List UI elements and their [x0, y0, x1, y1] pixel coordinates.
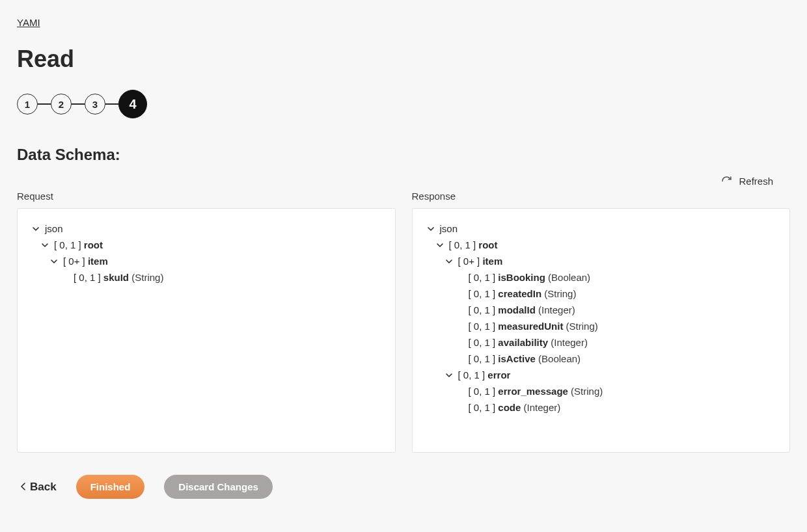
response-tree-row: [ 0, 1 ] availability (Integer): [426, 334, 777, 351]
discard-changes-button[interactable]: Discard Changes: [164, 475, 273, 499]
cardinality-text: [ 0, 1 ]: [469, 304, 499, 315]
node-name: item: [88, 256, 108, 267]
response-node-text: [ 0, 1 ] code (Integer): [469, 402, 561, 413]
step-connector: [38, 103, 51, 105]
request-tree-row[interactable]: [ 0, 1 ] root: [31, 237, 382, 253]
chevron-down-icon[interactable]: [444, 256, 454, 267]
step-3[interactable]: 3: [85, 94, 105, 114]
node-name: isBooking: [498, 272, 545, 283]
section-title-data-schema: Data Schema:: [17, 146, 790, 164]
page-title: Read: [17, 46, 790, 73]
node-type: (Boolean): [545, 272, 590, 283]
node-name: code: [498, 402, 521, 413]
response-tree-row: [ 0, 1 ] createdIn (String): [426, 286, 777, 302]
finished-button[interactable]: Finished: [76, 475, 145, 499]
node-name: skuId: [103, 272, 129, 283]
response-panel: json[ 0, 1 ] root[ 0+ ] item[ 0, 1 ] isB…: [412, 208, 791, 453]
stepper: 1234: [17, 90, 790, 118]
cardinality-text: [ 0+ ]: [63, 256, 88, 267]
response-node-text: [ 0, 1 ] isBooking (Boolean): [469, 272, 591, 283]
response-tree-row: [ 0, 1 ] modalId (Integer): [426, 302, 777, 318]
step-connector: [72, 103, 85, 105]
node-type: (Integer): [536, 304, 575, 315]
request-tree-row: [ 0, 1 ] skuId (String): [31, 269, 382, 286]
node-name: isActive: [498, 353, 536, 364]
cardinality-text: [ 0, 1 ]: [458, 369, 488, 380]
node-name: error_message: [498, 386, 568, 397]
response-tree-row[interactable]: [ 0, 1 ] error: [426, 367, 777, 383]
response-tree-row: [ 0, 1 ] code (Integer): [426, 399, 777, 416]
chevron-down-icon[interactable]: [435, 240, 445, 250]
request-tree-row[interactable]: [ 0+ ] item: [31, 253, 382, 269]
request-node-text: json: [45, 223, 63, 234]
response-node-text: [ 0+ ] item: [458, 256, 503, 267]
cardinality-text: [ 0, 1 ]: [469, 402, 499, 413]
refresh-label: Refresh: [739, 176, 773, 187]
response-tree-row[interactable]: [ 0+ ] item: [426, 253, 777, 269]
response-tree-row[interactable]: [ 0, 1 ] root: [426, 237, 777, 253]
chevron-down-icon[interactable]: [444, 370, 454, 380]
cardinality-text: [ 0, 1 ]: [54, 239, 84, 250]
node-name: availability: [498, 337, 548, 348]
cardinality-text: [ 0+ ]: [458, 256, 483, 267]
chevron-down-icon[interactable]: [31, 224, 41, 234]
chevron-down-icon[interactable]: [40, 240, 50, 250]
node-name: root: [84, 239, 103, 250]
step-connector: [105, 103, 118, 105]
node-type: (String): [541, 288, 576, 299]
response-node-text: [ 0, 1 ] availability (Integer): [469, 337, 588, 348]
breadcrumb-link-yami[interactable]: YAMI: [17, 17, 40, 28]
refresh-button[interactable]: Refresh: [721, 176, 773, 187]
cardinality-text: [ 0, 1 ]: [74, 272, 103, 283]
chevron-down-icon[interactable]: [49, 256, 59, 267]
node-name: measuredUnit: [498, 321, 563, 332]
request-tree-row[interactable]: json: [31, 220, 382, 237]
cardinality-text: [ 0, 1 ]: [469, 321, 499, 332]
step-4[interactable]: 4: [118, 90, 147, 118]
request-node-text: [ 0, 1 ] root: [54, 239, 103, 250]
request-node-text: [ 0, 1 ] skuId (String): [74, 272, 163, 283]
node-type: (String): [568, 386, 603, 397]
cardinality-text: [ 0, 1 ]: [469, 386, 499, 397]
request-node-text: [ 0+ ] item: [63, 256, 108, 267]
response-node-text: [ 0, 1 ] modalId (Integer): [469, 304, 575, 315]
breadcrumb: YAMI: [17, 17, 790, 29]
response-node-text: [ 0, 1 ] createdIn (String): [469, 288, 577, 299]
node-name: root: [478, 239, 497, 250]
response-tree-row: [ 0, 1 ] isBooking (Boolean): [426, 269, 777, 286]
response-node-text: [ 0, 1 ] error: [458, 369, 511, 380]
cardinality-text: [ 0, 1 ]: [449, 239, 479, 250]
node-name: error: [487, 369, 510, 380]
node-name: modalId: [498, 304, 536, 315]
response-tree-row[interactable]: json: [426, 220, 777, 237]
back-label: Back: [30, 481, 57, 494]
cardinality-text: [ 0, 1 ]: [469, 353, 499, 364]
step-1[interactable]: 1: [17, 94, 38, 114]
back-button[interactable]: Back: [21, 481, 57, 494]
response-node-text: json: [440, 223, 458, 234]
response-node-text: [ 0, 1 ] root: [449, 239, 498, 250]
response-node-text: [ 0, 1 ] error_message (String): [469, 386, 603, 397]
node-type: (String): [129, 272, 163, 283]
chevron-down-icon[interactable]: [426, 224, 436, 234]
request-panel: json[ 0, 1 ] root[ 0+ ] item[ 0, 1 ] sku…: [17, 208, 396, 453]
node-name: createdIn: [498, 288, 541, 299]
cardinality-text: [ 0, 1 ]: [469, 337, 499, 348]
step-2[interactable]: 2: [51, 94, 72, 114]
response-node-text: [ 0, 1 ] measuredUnit (String): [469, 321, 598, 332]
refresh-icon: [721, 176, 732, 187]
chevron-left-icon: [21, 481, 26, 494]
response-tree-row: [ 0, 1 ] error_message (String): [426, 383, 777, 399]
node-name: json: [440, 223, 458, 234]
node-name: item: [482, 256, 502, 267]
request-panel-label: Request: [17, 191, 396, 202]
cardinality-text: [ 0, 1 ]: [469, 288, 499, 299]
response-panel-label: Response: [412, 191, 791, 202]
response-tree-row: [ 0, 1 ] isActive (Boolean): [426, 351, 777, 367]
node-type: (Boolean): [536, 353, 581, 364]
node-name: json: [45, 223, 63, 234]
response-tree-row: [ 0, 1 ] measuredUnit (String): [426, 318, 777, 334]
node-type: (Integer): [521, 402, 560, 413]
response-node-text: [ 0, 1 ] isActive (Boolean): [469, 353, 581, 364]
node-type: (Integer): [548, 337, 588, 348]
